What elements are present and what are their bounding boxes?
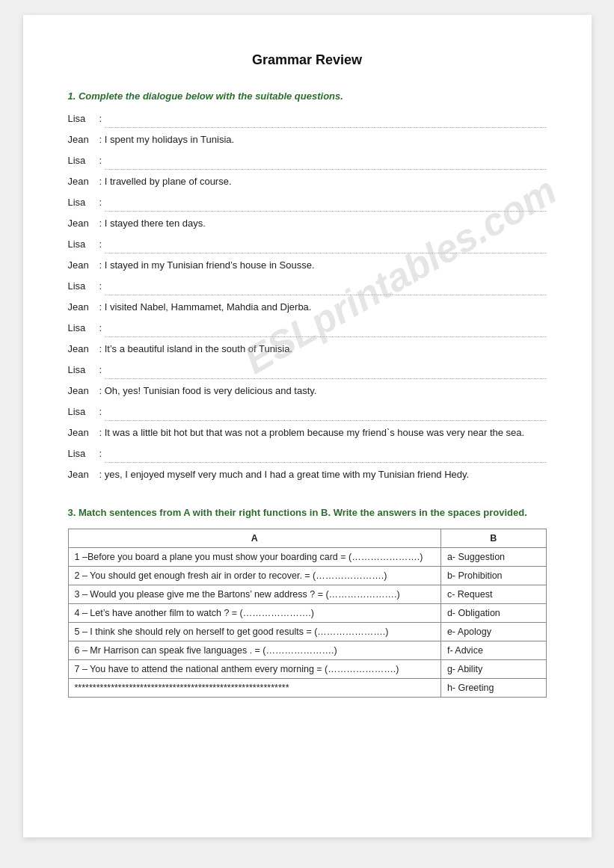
answer-blank[interactable] bbox=[105, 324, 546, 337]
speaker-label: Lisa bbox=[68, 321, 99, 333]
colon: : bbox=[99, 112, 102, 124]
speaker-label: Lisa bbox=[68, 154, 99, 166]
speaker-label: Jean bbox=[68, 426, 99, 438]
dialogue-row: Lisa: bbox=[68, 238, 547, 254]
answer-blank[interactable] bbox=[105, 449, 546, 463]
table-cell-a: 2 – You should get enough fresh air in o… bbox=[68, 567, 440, 585]
table-cell-a: 1 –Before you board a plane you must sho… bbox=[68, 548, 440, 567]
table-row: 5 – I think she should rely on herself t… bbox=[68, 623, 546, 641]
table-cell-a: 6 – Mr Harrison can speak five languages… bbox=[68, 641, 440, 660]
col-b-header: B bbox=[440, 529, 546, 548]
colon: : bbox=[99, 280, 102, 292]
speaker-label: Lisa bbox=[68, 405, 99, 417]
table-cell-b: e- Apology bbox=[440, 623, 546, 641]
speaker-label: Jean bbox=[68, 384, 99, 396]
table-row: 2 – You should get enough fresh air in o… bbox=[68, 567, 546, 585]
dialogue-row: Jean: It was a little bit hot but that w… bbox=[68, 426, 547, 443]
speaker-label: Lisa bbox=[68, 112, 99, 124]
jean-response: : It’s a beautiful island in the south o… bbox=[99, 342, 547, 354]
answer-blank[interactable] bbox=[105, 114, 546, 128]
jean-response: : I spent my holidays in Tunisia. bbox=[99, 133, 547, 145]
jean-response: : yes, I enjoyed myself very much and I … bbox=[99, 468, 547, 480]
table-cell-b: h- Greeting bbox=[440, 679, 546, 698]
table-cell-b: c- Request bbox=[440, 585, 546, 604]
dialogue-row: Lisa: bbox=[68, 154, 547, 170]
colon: : bbox=[99, 196, 102, 208]
dialogue-row: Jean: I visited Nabel, Hammamet, Mahdia … bbox=[68, 301, 547, 317]
speaker-label: Lisa bbox=[68, 238, 99, 250]
section3: 3. Match sentences from A with their rig… bbox=[68, 507, 547, 698]
table-cell-b: f- Advice bbox=[440, 641, 546, 660]
speaker-label: Lisa bbox=[68, 447, 99, 459]
speaker-label: Lisa bbox=[68, 196, 99, 208]
answer-blank[interactable] bbox=[105, 407, 546, 421]
jean-response: : I stayed in my Tunisian friend’s house… bbox=[99, 259, 547, 271]
dialogue-row: Jean: I stayed in my Tunisian friend’s h… bbox=[68, 259, 547, 275]
colon: : bbox=[99, 154, 102, 166]
section1-heading: 1. Complete the dialogue below with the … bbox=[68, 90, 547, 102]
page-title: Grammar Review bbox=[68, 52, 547, 68]
dialogue-container: Lisa:Jean: I spent my holidays in Tunisi… bbox=[68, 112, 547, 484]
table-row: 4 – Let’s have another film to watch ? =… bbox=[68, 604, 546, 623]
speaker-label: Lisa bbox=[68, 363, 99, 375]
answer-blank[interactable] bbox=[105, 198, 546, 212]
table-cell-a: 5 – I think she should rely on herself t… bbox=[68, 623, 440, 641]
colon: : bbox=[99, 405, 102, 417]
match-table: A B 1 –Before you board a plane you must… bbox=[68, 529, 547, 698]
dialogue-row: Lisa: bbox=[68, 321, 547, 338]
speaker-label: Jean bbox=[68, 133, 99, 145]
dialogue-row: Lisa: bbox=[68, 363, 547, 380]
speaker-label: Jean bbox=[68, 259, 99, 271]
answer-blank[interactable] bbox=[105, 156, 546, 170]
table-row: 6 – Mr Harrison can speak five languages… bbox=[68, 641, 546, 660]
table-cell-a: 7 – You have to attend the national anth… bbox=[68, 660, 440, 679]
table-row: ****************************************… bbox=[68, 679, 546, 698]
match-tbody: 1 –Before you board a plane you must sho… bbox=[68, 548, 546, 698]
table-cell-b: a- Suggestion bbox=[440, 548, 546, 567]
speaker-label: Jean bbox=[68, 468, 99, 480]
table-row: 3 – Would you please give me the Bartons… bbox=[68, 585, 546, 604]
table-cell-b: b- Prohibition bbox=[440, 567, 546, 585]
answer-blank[interactable] bbox=[105, 282, 546, 295]
dialogue-row: Jean: It’s a beautiful island in the sou… bbox=[68, 342, 547, 359]
colon: : bbox=[99, 321, 102, 333]
answer-blank[interactable] bbox=[105, 240, 546, 253]
page: ESLprintables.com Grammar Review 1. Comp… bbox=[23, 15, 592, 837]
jean-response: : I stayed there ten days. bbox=[99, 217, 547, 229]
dialogue-row: Lisa: bbox=[68, 447, 547, 464]
speaker-label: Jean bbox=[68, 301, 99, 313]
dialogue-row: Jean: yes, I enjoyed myself very much an… bbox=[68, 468, 547, 484]
answer-blank[interactable] bbox=[105, 366, 546, 379]
table-cell-a: 3 – Would you please give me the Bartons… bbox=[68, 585, 440, 604]
table-cell-b: d- Obligation bbox=[440, 604, 546, 623]
dialogue-row: Jean: I spent my holidays in Tunisia. bbox=[68, 133, 547, 150]
section1: 1. Complete the dialogue below with the … bbox=[68, 90, 547, 484]
table-cell-a: ****************************************… bbox=[68, 679, 440, 698]
speaker-label: Jean bbox=[68, 175, 99, 187]
speaker-label: Jean bbox=[68, 217, 99, 229]
speaker-label: Lisa bbox=[68, 280, 99, 292]
jean-response: : It was a little bit hot but that was n… bbox=[99, 426, 547, 438]
speaker-label: Jean bbox=[68, 342, 99, 354]
table-row: 1 –Before you board a plane you must sho… bbox=[68, 548, 546, 567]
colon: : bbox=[99, 447, 102, 459]
jean-response: : I visited Nabel, Hammamet, Mahdia and … bbox=[99, 301, 547, 313]
colon: : bbox=[99, 238, 102, 250]
table-cell-a: 4 – Let’s have another film to watch ? =… bbox=[68, 604, 440, 623]
jean-response: : Oh, yes! Tunisian food is very delicio… bbox=[99, 384, 547, 396]
dialogue-row: Lisa: bbox=[68, 405, 547, 422]
section3-heading: 3. Match sentences from A with their rig… bbox=[68, 507, 547, 518]
dialogue-row: Lisa: bbox=[68, 280, 547, 296]
col-a-header: A bbox=[68, 529, 440, 548]
dialogue-row: Jean: I stayed there ten days. bbox=[68, 217, 547, 233]
dialogue-row: Jean: I travelled by plane of course. bbox=[68, 175, 547, 191]
dialogue-row: Lisa: bbox=[68, 112, 547, 129]
table-cell-b: g- Ability bbox=[440, 660, 546, 679]
jean-response: : I travelled by plane of course. bbox=[99, 175, 547, 187]
table-row: 7 – You have to attend the national anth… bbox=[68, 660, 546, 679]
dialogue-row: Jean: Oh, yes! Tunisian food is very del… bbox=[68, 384, 547, 401]
dialogue-row: Lisa: bbox=[68, 196, 547, 212]
colon: : bbox=[99, 363, 102, 375]
